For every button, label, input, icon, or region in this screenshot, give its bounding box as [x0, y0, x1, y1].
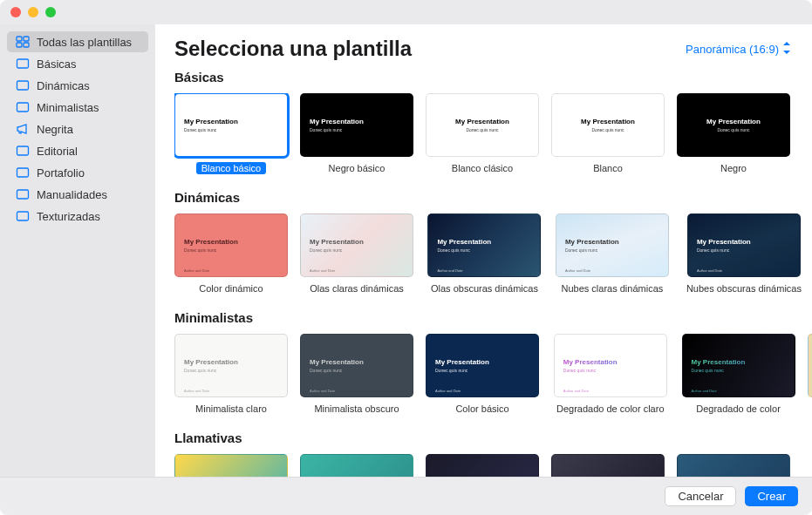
- sidebar: Todas las plantillasBásicasDinámicasMini…: [0, 24, 155, 477]
- svg-rect-6: [17, 103, 29, 112]
- slide-icon: [16, 100, 30, 114]
- svg-rect-9: [17, 190, 29, 199]
- slide-icon: [16, 166, 30, 180]
- thumb-author: Author and Date: [435, 389, 461, 393]
- template-item: My PresentationDonec quis nuncBlanco clá…: [426, 93, 539, 174]
- template-thumbnail[interactable]: My PresentationDonec quis nuncAuthor and…: [426, 334, 539, 397]
- sidebar-item-label: Negrita: [37, 123, 73, 136]
- category-title: Básicas: [174, 70, 812, 85]
- template-thumbnail[interactable]: My PresentationDonec quis nuncAuthor and…: [174, 213, 288, 277]
- thumb-title: My Presentation: [581, 118, 635, 125]
- template-item: My PresentationDonec quis nuncBlanco bás…: [174, 93, 288, 174]
- category-title: Dinámicas: [174, 190, 812, 205]
- grid-icon: [16, 35, 30, 49]
- slide-icon: [16, 78, 30, 92]
- create-button[interactable]: Crear: [745, 486, 798, 506]
- thumb-title: My Presentation: [565, 238, 668, 246]
- thumb-subtitle: Donec quis nunc: [591, 127, 624, 132]
- thumb-subtitle: Donec quis nunc: [184, 127, 287, 132]
- minimize-icon[interactable]: [28, 7, 38, 17]
- template-item: My PresentationDonec quis nuncAuthor and…: [300, 334, 413, 415]
- thumb-author: Author and Date: [310, 389, 335, 393]
- template-label: Nubes obscuras dinámicas: [681, 282, 807, 295]
- template-gallery[interactable]: BásicasMy PresentationDonec quis nuncBla…: [155, 70, 812, 477]
- template-thumbnail[interactable]: My PresentationDonec quis nuncAuthor and…: [300, 213, 413, 277]
- svg-rect-7: [17, 146, 29, 155]
- aspect-ratio-selector[interactable]: Panorámica (16:9): [686, 42, 791, 57]
- template-thumbnail[interactable]: My PresentationDonec quis nunc: [426, 93, 539, 157]
- sidebar-item-minimalistas[interactable]: Minimalistas: [7, 97, 148, 118]
- template-item: My PresentationDonec quis nuncAuthor and…: [426, 334, 539, 415]
- category-title: Llamativas: [174, 430, 812, 445]
- template-thumbnail[interactable]: My PresentationDonec quis nuncAuthor and…: [427, 213, 541, 277]
- slide-icon: [16, 209, 30, 223]
- thumb-subtitle: Donec quis nunc: [310, 368, 413, 373]
- sidebar-item-manualidades[interactable]: Manualidades: [7, 184, 148, 205]
- sidebar-item-básicas[interactable]: Básicas: [7, 53, 148, 74]
- template-thumbnail[interactable]: My PresentationDonec quis nuncAuthor and…: [174, 334, 288, 397]
- thumb-subtitle: Donec quis nunc: [717, 127, 749, 132]
- template-thumbnail[interactable]: My PresentationDonec quis nunc: [551, 93, 665, 157]
- template-item: My PresentationDonec quis nuncBlanco: [551, 93, 665, 174]
- template-label: Nubes claras dinámicas: [556, 282, 669, 295]
- template-thumbnail[interactable]: My PresentationDonec quis nuncAuthor and…: [300, 334, 413, 397]
- template-label: Negro básico: [324, 162, 391, 174]
- thumb-subtitle: Donec quis nunc: [184, 368, 287, 373]
- template-label: Blanco clásico: [447, 162, 518, 174]
- sidebar-item-texturizadas[interactable]: Texturizadas: [7, 206, 148, 227]
- template-thumbnail[interactable]: [300, 454, 413, 477]
- thumb-title: My Presentation: [184, 358, 287, 366]
- template-thumbnail[interactable]: My PresentationDonec quis nuncAuthor and…: [556, 213, 669, 277]
- template-thumbnail[interactable]: My PresentationDonec quis nuncAuthor and…: [682, 334, 795, 397]
- template-item: [808, 334, 812, 415]
- sidebar-item-dinámicas[interactable]: Dinámicas: [7, 75, 148, 96]
- thumb-author: Author and Date: [184, 389, 209, 393]
- template-item: My PresentationDonec quis nuncNegro: [677, 93, 790, 174]
- template-thumbnail[interactable]: [426, 454, 539, 477]
- template-thumbnail[interactable]: My PresentationDonec quis nunc: [174, 93, 288, 157]
- template-thumbnail[interactable]: [677, 454, 790, 477]
- svg-rect-1: [24, 37, 29, 41]
- close-icon[interactable]: [10, 7, 21, 17]
- sidebar-item-todas-las-plantillas[interactable]: Todas las plantillas: [7, 31, 148, 52]
- cancel-button[interactable]: Cancelar: [665, 486, 736, 506]
- chevron-updown-icon: [782, 42, 791, 57]
- templates-row: My PresentationDonec quis nuncBlanco bás…: [174, 93, 812, 174]
- thumb-author: Author and Date: [563, 389, 589, 393]
- templates-row: My PresentationDonec quis nuncAuthor and…: [174, 213, 812, 295]
- maximize-icon[interactable]: [45, 7, 56, 17]
- thumb-author: Author and Date: [692, 389, 717, 393]
- thumb-subtitle: Donec quis nunc: [310, 127, 413, 132]
- thumb-subtitle: Donec quis nunc: [563, 368, 666, 373]
- svg-rect-10: [17, 212, 29, 220]
- main-header: Selecciona una plantilla Panorámica (16:…: [155, 24, 812, 70]
- template-thumbnail[interactable]: My PresentationDonec quis nunc: [677, 93, 790, 157]
- thumb-subtitle: Donec quis nunc: [697, 247, 800, 253]
- category-section: LlamativasDonec quis nunc: [174, 430, 812, 477]
- template-thumbnail[interactable]: Donec quis nunc: [551, 454, 665, 477]
- category-section: MinimalistasMy PresentationDonec quis nu…: [174, 310, 812, 415]
- template-label: Negro: [715, 162, 752, 174]
- sidebar-item-portafolio[interactable]: Portafolio: [7, 162, 148, 183]
- content: Todas las plantillasBásicasDinámicasMini…: [0, 24, 812, 477]
- sidebar-item-negrita[interactable]: Negrita: [7, 119, 148, 139]
- thumb-author: Author and Date: [437, 268, 462, 273]
- svg-rect-3: [24, 43, 29, 47]
- template-item: My PresentationDonec quis nuncAuthor and…: [556, 213, 669, 295]
- titlebar: [0, 0, 812, 24]
- thumb-author: Author and Date: [565, 268, 590, 273]
- thumb-title: My Presentation: [692, 358, 795, 366]
- thumb-subtitle: Donec quis nunc: [184, 247, 287, 253]
- template-thumbnail[interactable]: My PresentationDonec quis nunc: [300, 93, 413, 157]
- template-item: My PresentationDonec quis nuncAuthor and…: [426, 213, 543, 295]
- thumb-title: My Presentation: [310, 118, 413, 125]
- template-thumbnail[interactable]: My PresentationDonec quis nuncAuthor and…: [554, 334, 667, 397]
- template-label: Blanco básico: [196, 162, 267, 174]
- template-item: My PresentationDonec quis nuncAuthor and…: [300, 213, 413, 295]
- templates-row: My PresentationDonec quis nuncAuthor and…: [174, 334, 812, 415]
- template-thumbnail[interactable]: [174, 454, 288, 477]
- template-thumbnail[interactable]: [808, 334, 812, 397]
- template-thumbnail[interactable]: My PresentationDonec quis nuncAuthor and…: [687, 213, 801, 277]
- sidebar-item-editorial[interactable]: Editorial: [7, 140, 148, 161]
- template-item: My PresentationDonec quis nuncAuthor and…: [551, 334, 670, 415]
